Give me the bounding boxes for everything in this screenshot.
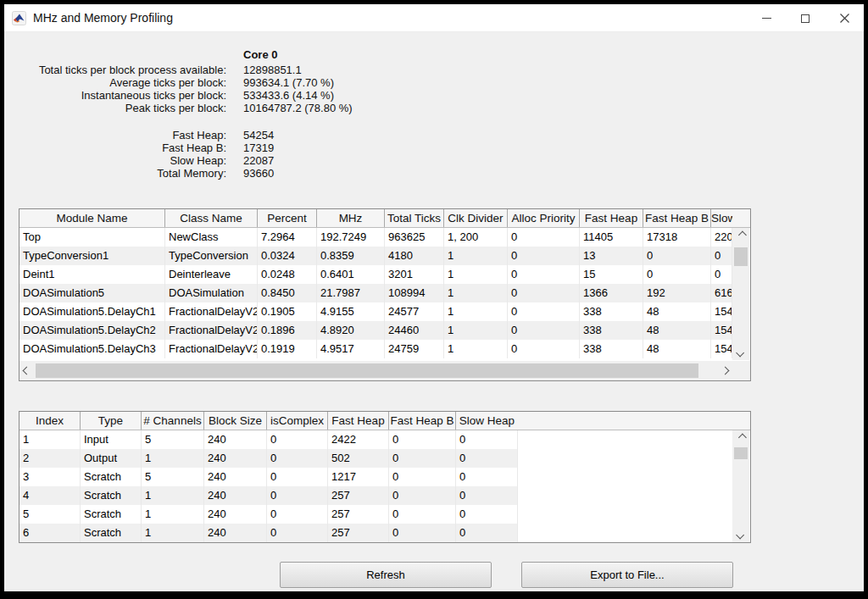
- table-cell: Scratch: [81, 505, 142, 524]
- column-header: # Channels: [142, 412, 204, 430]
- table-row[interactable]: Deint1Deinterleave0.02480.64013201101500: [19, 265, 732, 284]
- scroll-thumb[interactable]: [36, 363, 698, 378]
- table-cell: 257: [328, 524, 389, 542]
- table-cell: 0.6401: [317, 265, 385, 284]
- stat-value: 22087: [243, 154, 274, 167]
- table-cell: 1: [142, 449, 204, 468]
- table-cell: 0.8450: [258, 284, 317, 302]
- table-cell: 257: [328, 486, 389, 505]
- table-row[interactable]: 6Scratch1240025700: [19, 524, 518, 542]
- table-cell: 0.1896: [258, 321, 317, 340]
- stat-row: Core 0: [27, 48, 353, 61]
- table-cell: 24577: [385, 302, 444, 321]
- stat-value: 12898851.1: [243, 64, 302, 76]
- table-row[interactable]: 1Input52400242200: [19, 430, 518, 449]
- table-cell: 0: [643, 247, 711, 265]
- table-cell: 0: [508, 302, 580, 321]
- stat-label: Fast Heap:: [27, 129, 226, 141]
- stat-label: Total Memory:: [27, 167, 226, 180]
- scroll-left-button[interactable]: [19, 361, 34, 380]
- table-cell: DOASimulation: [165, 284, 258, 302]
- table-cell: 0: [456, 505, 518, 524]
- table-cell: Scratch: [81, 468, 142, 486]
- matlab-icon[interactable]: [12, 11, 26, 25]
- table-cell: 4.9155: [317, 302, 385, 321]
- table-row[interactable]: DOASimulation5.DelayCh3FractionalDelayV2…: [19, 340, 732, 358]
- table-cell: 0: [456, 486, 518, 505]
- table-cell: 0: [508, 321, 580, 340]
- scroll-up-button[interactable]: [732, 430, 749, 445]
- scroll-track[interactable]: [732, 242, 749, 346]
- table-header: IndexType# ChannelsBlock SizeisComplexFa…: [19, 412, 750, 430]
- table-cell: 5: [19, 505, 81, 524]
- stats-spacer: [27, 114, 353, 129]
- maximize-icon: [801, 14, 810, 23]
- table-row[interactable]: 4Scratch1240025700: [19, 486, 518, 505]
- table-cell: NewClass: [165, 228, 258, 247]
- table-cell: 0: [267, 524, 328, 542]
- table-row[interactable]: 5Scratch1240025700: [19, 505, 518, 524]
- table-cell: 0: [267, 449, 328, 468]
- scroll-right-button[interactable]: [718, 361, 732, 380]
- chevron-down-icon: [736, 531, 744, 540]
- column-header: Module Name: [19, 209, 165, 227]
- table-cell: FractionalDelayV2: [165, 302, 258, 321]
- scroll-down-button[interactable]: [732, 346, 749, 360]
- scroll-thumb[interactable]: [734, 447, 748, 459]
- table-cell: 0: [456, 468, 518, 486]
- table-cell: DOASimulation5.DelayCh2: [19, 321, 165, 340]
- stat-value: 533433.6 (4.14 %): [243, 89, 334, 102]
- stat-value: 993634.1 (7.70 %): [243, 76, 334, 89]
- title-bar[interactable]: MHz and Memory Profiling: [4, 4, 864, 32]
- table-row[interactable]: TopNewClass7.2964192.72499636251, 200011…: [19, 228, 732, 247]
- table-cell: Input: [81, 430, 142, 449]
- export-to-file-button[interactable]: Export to File...: [521, 562, 733, 588]
- minimize-button[interactable]: [747, 4, 786, 32]
- table-cell: 0: [508, 265, 580, 284]
- table-row[interactable]: 2Output1240050200: [19, 449, 518, 468]
- table-row[interactable]: DOASimulation5.DelayCh2FractionalDelayV2…: [19, 321, 732, 340]
- table-cell: 240: [204, 505, 267, 524]
- table-cell: 1: [444, 247, 508, 265]
- scroll-down-button[interactable]: [732, 528, 749, 542]
- table-cell: 1: [444, 302, 508, 321]
- table-cell: 0: [508, 247, 580, 265]
- table-cell: DOASimulation5.DelayCh1: [19, 302, 165, 321]
- scroll-thumb[interactable]: [734, 247, 748, 266]
- scroll-track[interactable]: [34, 361, 718, 380]
- table-cell: 154: [711, 302, 732, 321]
- table-cell: 2422: [328, 430, 389, 449]
- table-row[interactable]: 3Scratch52400121700: [19, 468, 518, 486]
- table-cell: 0: [456, 449, 518, 468]
- table-cell: DOASimulation5: [19, 284, 165, 302]
- chevron-left-icon: [23, 367, 31, 375]
- close-button[interactable]: [825, 4, 864, 32]
- column-header: MHz: [317, 209, 385, 227]
- table-cell: 1: [19, 430, 81, 449]
- maximize-button[interactable]: [786, 4, 825, 32]
- module-table-vertical-scrollbar[interactable]: [732, 228, 749, 360]
- table-cell: TypeConversion1: [19, 247, 165, 265]
- stat-row: Fast Heap: 54254: [27, 129, 353, 141]
- table-cell: 11405: [580, 228, 643, 247]
- table-row[interactable]: TypeConversion1TypeConversion0.03240.835…: [19, 247, 732, 265]
- column-header: isComplex: [267, 412, 328, 430]
- table-cell: 6: [19, 524, 81, 542]
- table-row[interactable]: DOASimulation5DOASimulation0.845021.7987…: [19, 284, 732, 302]
- table-cell: 192: [643, 284, 711, 302]
- column-header: Block Size: [204, 412, 267, 430]
- table-row[interactable]: DOASimulation5.DelayCh1FractionalDelayV2…: [19, 302, 732, 321]
- profiling-window: MHz and Memory Profiling Core 0 Total ti: [4, 4, 864, 591]
- table-cell: 4.8920: [317, 321, 385, 340]
- scroll-track[interactable]: [732, 445, 749, 528]
- table-cell: 3201: [385, 265, 444, 284]
- stat-row: Average ticks per block: 993634.1 (7.70 …: [27, 76, 353, 89]
- module-table-horizontal-scrollbar[interactable]: [19, 361, 732, 380]
- stat-label: Slow Heap:: [27, 154, 226, 167]
- table-cell: 0: [389, 430, 456, 449]
- memory-table-vertical-scrollbar[interactable]: [732, 430, 749, 542]
- scroll-up-button[interactable]: [732, 228, 749, 242]
- table-cell: 0: [389, 486, 456, 505]
- refresh-button[interactable]: Refresh: [280, 562, 492, 588]
- stat-label: Average ticks per block:: [27, 76, 226, 89]
